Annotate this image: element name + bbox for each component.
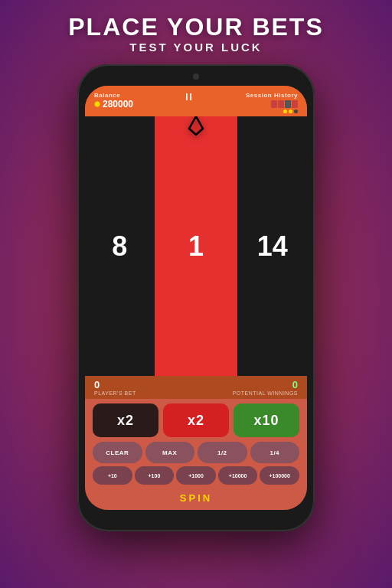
session-bar-1: [271, 100, 277, 108]
header-title: PLACE YOUR BETS: [68, 14, 323, 41]
player-bet-label: PLAYER'S BET: [94, 390, 136, 396]
potential-winnings-value: 0: [233, 379, 298, 390]
session-dot-3: [294, 109, 298, 113]
clear-button[interactable]: CLEAR: [93, 442, 142, 463]
session-bar-3: [285, 100, 291, 108]
wheel-number-center: 1: [188, 230, 204, 263]
max-button[interactable]: MAX: [145, 442, 195, 463]
player-bet-value: 0: [94, 379, 136, 390]
potential-winnings-section: 0 POTENTIAL WINNINGS: [233, 379, 298, 396]
balance-value: 280000: [103, 99, 133, 109]
chip-100000-button[interactable]: +100000: [260, 466, 299, 485]
wheel-segment-left: 8: [85, 116, 155, 376]
multiplier-x2-red-button[interactable]: x2: [163, 403, 229, 437]
chips-row: +10 +100 +1000 +10000 +100000: [85, 466, 307, 489]
spin-section: SPIN: [85, 489, 307, 510]
potential-winnings-label: POTENTIAL WINNINGS: [233, 390, 298, 396]
session-dot-1: [283, 109, 287, 113]
wheel-area: 8 1 14: [85, 116, 307, 376]
wheel-pointer: [188, 116, 204, 141]
header-subtitle: TEST YOUR LUCK: [68, 41, 323, 54]
chip-1000-button[interactable]: +1000: [176, 466, 216, 485]
wheel-number-left: 8: [112, 230, 127, 263]
multiplier-x10-button[interactable]: x10: [234, 403, 299, 437]
phone-camera: [193, 74, 199, 80]
header-section: PLACE YOUR BETS TEST YOUR LUCK: [68, 0, 323, 61]
chip-100-button[interactable]: +100: [135, 466, 175, 485]
session-dots: [283, 109, 298, 113]
session-bar-4: [292, 100, 298, 108]
quarter-button[interactable]: 1/4: [250, 442, 300, 463]
chip-10-button[interactable]: +10: [93, 466, 132, 485]
wheel-track: 8 1 14: [85, 116, 307, 376]
bet-info-bar: 0 PLAYER'S BET 0 POTENTIAL WINNINGS: [85, 376, 307, 399]
chip-10000-button[interactable]: +10000: [218, 466, 258, 485]
action-buttons-row: CLEAR MAX 1/2 1/4: [85, 442, 307, 466]
session-label: Session History: [246, 92, 298, 99]
session-history-section: Session History: [246, 92, 298, 113]
multiplier-x2-dark-button[interactable]: x2: [93, 403, 158, 437]
wheel-number-right: 14: [257, 230, 288, 263]
session-bar-2: [278, 100, 284, 108]
session-bars: [271, 100, 298, 108]
session-dot-2: [289, 109, 292, 113]
balance-amount: 280000: [94, 99, 133, 109]
pause-button[interactable]: II: [185, 92, 194, 103]
game-topbar: Balance 280000 II Session History: [85, 86, 307, 116]
balance-label: Balance: [94, 92, 133, 99]
multiplier-section: x2 x2 x10: [85, 399, 307, 442]
phone-screen: Balance 280000 II Session History: [85, 86, 307, 510]
balance-section: Balance 280000: [94, 92, 133, 109]
wheel-segment-center: 1: [155, 116, 238, 376]
coin-icon: [94, 101, 100, 107]
spin-button[interactable]: SPIN: [180, 492, 212, 504]
phone-wrapper: Balance 280000 II Session History: [77, 64, 315, 531]
wheel-segment-right: 14: [237, 116, 307, 376]
player-bet-section: 0 PLAYER'S BET: [94, 379, 136, 396]
half-button[interactable]: 1/2: [198, 442, 247, 463]
